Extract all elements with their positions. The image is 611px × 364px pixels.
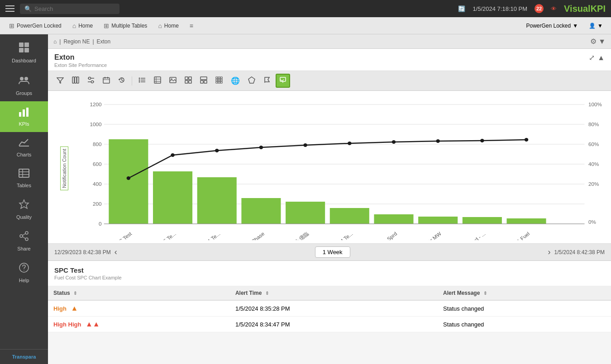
y-axis-label: Notification Count [60,147,68,190]
sidebar-item-quality[interactable]: Quality [0,194,48,225]
cell-status-2: High High ▲▲ [48,317,230,332]
share-icon [19,231,29,244]
nav-label-multiple-tables: Multiple Tables [111,23,147,29]
date-range-button[interactable]: 1 Week [315,246,350,258]
home-breadcrumb-icon[interactable]: ⌂ [53,38,57,45]
svg-point-17 [25,238,28,241]
alert-badge[interactable]: 22 [535,4,544,13]
summary-button[interactable] [151,74,164,87]
svg-rect-53 [218,77,220,79]
geo-button[interactable] [245,74,258,87]
mosaic-button[interactable] [212,74,226,87]
pareto-dot-3 [215,149,219,152]
pareto-dot-6 [348,142,351,145]
svg-point-16 [20,235,23,237]
user-button[interactable]: 👤 ▼ [585,21,606,31]
nav-item-powergen[interactable]: ⊞ PowerGen Locked [5,20,66,31]
filter-button[interactable] [53,74,67,87]
refresh-icon[interactable]: 🔄 [458,5,465,12]
sidebar-label-help: Help [19,278,29,283]
nav-item-home1[interactable]: ⌂ Home [68,20,97,31]
globe-button[interactable]: 🌐 [228,75,243,87]
sliders-button[interactable] [84,74,98,87]
breadcrumb-region[interactable]: Region NE [63,38,90,45]
bar-ctg1-fuel [507,218,546,224]
kpi-table-button[interactable] [181,74,195,87]
nav-label-home1: Home [78,23,93,29]
block-button[interactable] [197,74,210,87]
sidebar-label-kpis: KPIs [19,121,29,127]
pareto-dot-10 [525,138,528,142]
sidebar-item-share[interactable]: Share [0,225,48,257]
svg-rect-29 [103,78,110,83]
transpara-logo: Transpara [12,354,36,359]
search-input[interactable] [34,5,115,12]
next-date-button[interactable]: › [548,247,551,257]
svg-rect-54 [220,77,222,79]
svg-text:800: 800 [93,142,101,147]
profile-dropdown[interactable]: PowerGen Locked ▼ [522,21,582,31]
top-bar-left: 🔍 [5,4,119,14]
sidebar-item-dashboard[interactable]: Dashboard [0,36,48,69]
svg-rect-3 [24,48,29,52]
pareto-dot-7 [392,140,396,144]
svg-text:希 億臨: 希 億臨 [293,231,310,240]
detail-title: SPC Test [54,266,605,274]
sidebar-item-charts[interactable]: Charts [0,132,48,163]
svg-rect-46 [189,77,191,80]
nav-item-more[interactable]: ≡ [185,20,198,31]
sidebar-item-groups[interactable]: Groups [0,69,48,101]
table-icon: ⊞ [9,22,14,29]
col-status[interactable]: Status ⇕ [48,286,230,300]
tables-icon [18,168,30,181]
nav-item-multiple-tables[interactable]: ⊞ Multiple Tables [99,20,152,31]
notifications-button[interactable] [276,74,290,88]
col-alert-time[interactable]: Alert Time ⇕ [230,286,438,300]
status-highhigh-label: High High [53,321,81,328]
flag-button[interactable] [260,74,274,87]
settings-gear-button[interactable]: ⚙ ▼ [590,37,606,46]
brand-logo: VisualKPI [564,4,606,14]
bar-turbine4 [330,208,369,224]
date-nav-center: 1 Week [117,246,548,258]
bar-turbine5 [153,171,192,224]
main-layout: Dashboard Groups KPIs [0,34,611,364]
svg-rect-22 [72,77,74,83]
col-alert-message[interactable]: Alert Message ⇕ [438,286,611,300]
sidebar-label-share: Share [17,246,30,251]
expand-button[interactable]: ⤢ [589,53,595,62]
svg-text:CTG1 Fuel: CTG1 Fuel [507,231,531,240]
search-box[interactable]: 🔍 [20,4,119,14]
help-icon [19,262,29,276]
sidebar-item-help[interactable]: Help [0,257,48,288]
status-high-label: High [53,305,67,312]
sidebar-label-charts: Charts [17,152,31,157]
columns-button[interactable] [69,74,82,87]
collapse-button[interactable]: ▲ [597,53,605,62]
image-button[interactable] [166,74,180,87]
svg-rect-59 [218,81,220,83]
table-row[interactable]: High ▲ 1/5/2024 8:35:28 PM Status change… [48,300,611,317]
nav-item-home2[interactable]: ⌂ Home [153,20,183,31]
sidebar-item-kpis[interactable]: KPIs [0,101,48,132]
toolbar-sep-1 [132,76,132,85]
svg-text:600: 600 [93,161,101,167]
sort-time-icon: ⇕ [265,291,269,296]
calendar-button[interactable] [100,74,113,87]
col-status-label: Status [53,290,70,296]
svg-text:Turbine 1 Te...: Turbine 1 Te... [192,231,221,240]
sort-status-icon: ⇕ [73,291,77,296]
cell-message-2: Status changed [438,317,611,332]
sidebar-item-tables[interactable]: Tables [0,163,48,194]
list-button[interactable] [135,74,149,87]
breadcrumb-settings[interactable]: ⚙ ▼ [590,37,606,46]
svg-rect-1 [24,43,29,47]
hamburger-menu[interactable] [5,5,14,12]
pareto-dot-9 [480,139,484,142]
alert-icon: 👁 [551,5,557,12]
history-button[interactable] [115,74,129,87]
svg-rect-56 [218,79,220,81]
profile-label: PowerGen Locked [526,23,571,29]
svg-rect-49 [200,77,207,80]
table-row[interactable]: High High ▲▲ 1/5/2024 8:34:47 PM Status … [48,317,611,332]
